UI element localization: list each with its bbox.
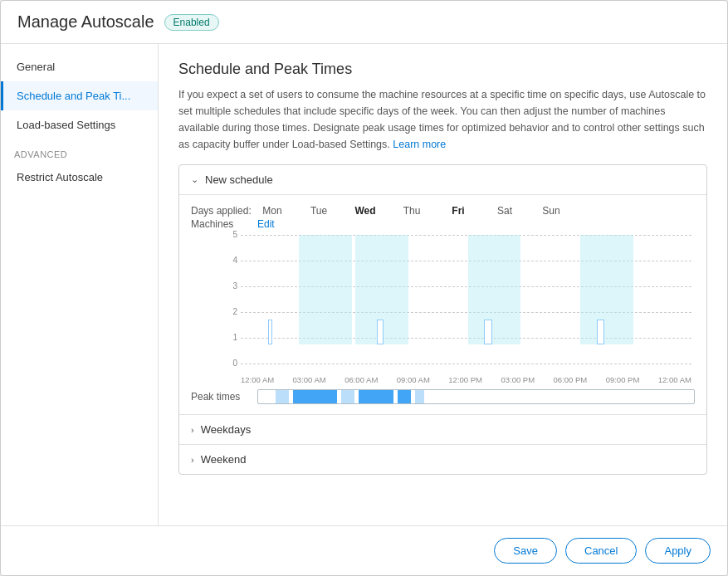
machines-row: Machines Edit xyxy=(191,218,695,230)
weekend-label: Weekend xyxy=(201,453,247,466)
chart-col-6 xyxy=(579,235,635,364)
apply-button[interactable]: Apply xyxy=(645,538,711,564)
x-label-6: 06:00 PM xyxy=(554,375,588,384)
peak-bar-container xyxy=(257,389,695,404)
day-mon: Mon xyxy=(257,205,287,217)
peak-segment-0 xyxy=(276,390,289,403)
main-window: Manage Autoscale Enabled General Schedul… xyxy=(0,0,728,576)
chart-area: 5 4 3 2 1 0 xyxy=(241,235,691,384)
weekend-row[interactable]: › Weekend xyxy=(179,444,706,474)
weekdays-row[interactable]: › Weekdays xyxy=(179,414,706,444)
day-thu: Thu xyxy=(397,205,427,217)
main-content: Set schedules Schedule and Peak Times If… xyxy=(159,44,727,525)
day-wed: Wed xyxy=(350,205,380,217)
x-label-0: 12:00 AM xyxy=(241,375,274,384)
sidebar: General Schedule and Peak Ti... Load-bas… xyxy=(1,44,159,525)
sidebar-item-load[interactable]: Load-based Settings xyxy=(1,110,158,139)
col-highlight-4 xyxy=(468,235,521,344)
day-sat: Sat xyxy=(490,205,520,217)
chart-col-5 xyxy=(522,235,579,364)
day-fri: Fri xyxy=(443,205,473,217)
weekdays-label: Weekdays xyxy=(201,423,251,436)
schedule-content: Days applied: Mon Tue Wed Thu Fri Sat Su… xyxy=(179,195,706,414)
chevron-right-icon-weekdays: › xyxy=(191,425,194,435)
chart-col-3 xyxy=(410,235,467,364)
cancel-button[interactable]: Cancel xyxy=(565,538,637,564)
header: Manage Autoscale Enabled xyxy=(1,1,727,44)
page-title: Manage Autoscale xyxy=(17,12,154,32)
x-label-2: 06:00 AM xyxy=(344,375,378,384)
peak-segment-1 xyxy=(293,390,337,403)
col-highlight-1 xyxy=(299,235,352,344)
section-title: Schedule and Peak Times xyxy=(178,61,707,78)
chart-col-2 xyxy=(354,235,410,364)
x-label-7: 09:00 PM xyxy=(606,375,640,384)
chevron-down-icon: ⌄ xyxy=(191,174,198,185)
col-highlight-6 xyxy=(580,235,633,344)
body: General Schedule and Peak Ti... Load-bas… xyxy=(1,44,727,525)
peak-segment-5 xyxy=(415,390,424,403)
chart-columns xyxy=(241,235,691,364)
edit-link[interactable]: Edit xyxy=(257,218,275,230)
day-tue: Tue xyxy=(304,205,334,217)
bar-2 xyxy=(377,320,384,344)
schedule-panel: ⌄ New schedule Days applied: Mon Tue Wed… xyxy=(178,164,707,475)
peak-times-label: Peak times xyxy=(191,391,249,403)
bar-4 xyxy=(484,320,492,344)
save-button[interactable]: Save xyxy=(494,538,557,564)
peak-segment-2 xyxy=(341,390,354,403)
sidebar-item-schedule[interactable]: Schedule and Peak Ti... xyxy=(1,81,158,110)
peak-times-row: Peak times xyxy=(191,389,695,404)
sidebar-item-general[interactable]: General xyxy=(1,52,158,81)
chart-col-7 xyxy=(635,235,691,364)
x-label-5: 03:00 PM xyxy=(501,375,535,384)
x-axis: 12:00 AM 03:00 AM 06:00 AM 09:00 AM 12:0… xyxy=(241,364,691,384)
x-label-3: 09:00 AM xyxy=(397,375,430,384)
chart-col-1 xyxy=(297,235,354,364)
new-schedule-label: New schedule xyxy=(205,173,273,186)
days-row: Days applied: Mon Tue Wed Thu Fri Sat Su… xyxy=(191,205,695,217)
days-label: Days applied: xyxy=(191,205,257,217)
machines-label: Machines xyxy=(191,218,257,230)
days-list: Mon Tue Wed Thu Fri Sat Sun xyxy=(257,205,566,217)
day-sun: Sun xyxy=(536,205,566,217)
chart-col-4 xyxy=(467,235,523,364)
bar-0 xyxy=(268,320,272,344)
chart-col-0 xyxy=(241,235,297,364)
sidebar-item-restrict[interactable]: Restrict Autoscale xyxy=(1,163,158,192)
x-label-1: 03:00 AM xyxy=(293,375,326,384)
x-label-8: 12:00 AM xyxy=(658,375,691,384)
new-schedule-header[interactable]: ⌄ New schedule xyxy=(179,165,706,195)
peak-segment-4 xyxy=(398,390,411,403)
chevron-right-icon-weekend: › xyxy=(191,455,194,465)
learn-more-link[interactable]: Learn more xyxy=(393,139,446,150)
description-text: If you expect a set of users to consume … xyxy=(178,86,707,153)
enabled-badge: Enabled xyxy=(164,14,219,31)
peak-segment-3 xyxy=(359,390,393,403)
advanced-section-label: ADVANCED xyxy=(1,139,158,163)
x-label-4: 12:00 PM xyxy=(448,375,482,384)
footer: Save Cancel Apply xyxy=(1,525,727,575)
bar-6 xyxy=(597,320,605,344)
